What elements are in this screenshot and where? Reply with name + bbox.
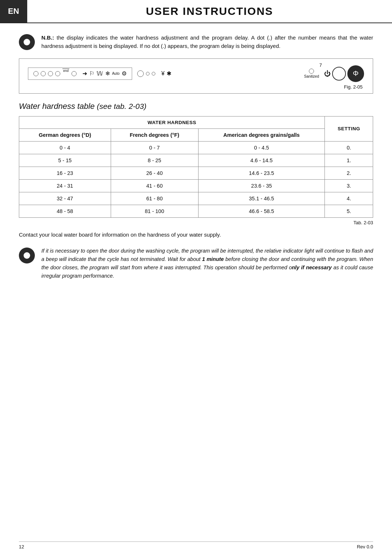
table-cell-col4: 2. [325,167,373,179]
table-col2-header: French degrees (°F) [111,128,198,141]
table-row: 32 - 4761 - 8035.1 - 46.54. [19,192,373,205]
circle-icon-2 [41,71,46,76]
table-cell-col4: 0. [325,141,373,154]
table-cell-col4: 3. [325,179,373,192]
water-hardness-table: WATER HARDNESS SETTING German degrees (°… [19,116,373,218]
sanitized-text: Sanitized [304,74,319,78]
table-cell-col2: 26 - 40 [111,167,198,179]
table-header-water-hardness: WATER HARDNESS [19,116,325,128]
note2-bold-italic: nly if necessary [292,265,332,270]
snowflake-icon: ❄ [105,71,110,77]
note-block-1: N.B.: the display indicates the water ha… [19,33,373,50]
language-label: EN [0,0,27,23]
table-cell-col4: 4. [325,192,373,205]
table-cell-col3: 46.6 - 58.5 [198,205,325,217]
panel-middle-icons: ¥ ✱ [137,70,171,77]
table-row: 0 - 40 - 70 - 4.50. [19,141,373,154]
section-title: Water hardness table (see tab. 2-03) [19,102,373,111]
sanitized-area: Sanitized [304,69,319,78]
table-cell-col2: 61 - 80 [111,192,198,205]
fork-icon: ⚐ [89,71,94,77]
revision-label: Rev 0.0 [357,544,373,549]
nb-text: the display indicates the water hardness… [41,34,373,49]
table-cell-col2: 81 - 100 [111,205,198,217]
power-btn-phi: Φ [347,65,364,82]
panel-display: end ➜ ⚐ 𝕎 ❄ Auto ⚙ ¥ ✱ [28,65,364,82]
page-footer: 12 Rev 0.0 [19,541,373,549]
table-cell-col1: 16 - 23 [19,167,111,179]
tab-label: Tab. 2-03 [19,220,373,225]
wave-icon: 𝕎 [97,71,103,77]
table-col3-header: American degrees grains/galls [198,128,325,141]
table-col1-header: German degrees (°D) [19,128,111,141]
table-row: 16 - 2326 - 4014.6 - 23.52. [19,167,373,179]
sanitized-circle [309,69,314,74]
panel-right: Sanitized ⏻ Φ [304,65,364,82]
table-row: 5 - 158 - 254.6 - 14.51. [19,154,373,167]
nb-bold: N.B.: [41,34,54,41]
power-icon: ⏻ [324,70,331,77]
note2-bold: 1 minute [202,256,224,262]
settings-icon: ⚙ [122,71,127,77]
main-content: N.B.: the display indicates the water ha… [0,23,392,296]
power-btn-empty [332,67,346,81]
contact-text: Contact your local water board for infor… [19,230,373,239]
table-row: 24 - 3141 - 6023.6 - 353. [19,179,373,192]
yen-icon: ¥ [161,71,164,77]
section-subtitle-text: (see tab. 2-03) [97,102,147,110]
circle-mid-1 [137,70,144,77]
table-cell-col1: 24 - 31 [19,179,111,192]
table-cell-col3: 0 - 4.5 [198,141,325,154]
auto-label: Auto [112,71,120,75]
table-cell-col2: 0 - 7 [111,141,198,154]
table-cell-col4: 5. [325,205,373,217]
power-buttons-area: ⏻ Φ [324,65,364,82]
panel-icons-box: end ➜ ⚐ 𝕎 ❄ Auto ⚙ [28,68,132,80]
table-cell-col3: 23.6 - 35 [198,179,325,192]
note-text-1: N.B.: the display indicates the water ha… [41,33,373,50]
table-cell-col3: 14.6 - 23.5 [198,167,325,179]
table-cell-col2: 8 - 25 [111,154,198,167]
circle-icon-3 [48,71,53,76]
page-number: 12 [19,544,24,549]
star-icon: ✱ [167,71,171,77]
circle-icon-4 [55,71,60,76]
note-block-2: If it is necessary to open the door duri… [19,247,373,281]
table-row: 48 - 5881 - 10046.6 - 58.55. [19,205,373,217]
table-cell-col1: 32 - 47 [19,192,111,205]
page-header: EN USER INSTRUCTIONS [0,0,392,23]
note-icon-inner-2 [24,252,30,259]
note-icon-1 [19,34,35,50]
section-title-text: Water hardness table [19,102,95,111]
fig-label: Fig. 2-05 [28,84,364,90]
arrow-icon: ➜ [82,71,87,77]
note-icon-inner-1 [24,39,30,45]
table-cell-col2: 41 - 60 [111,179,198,192]
table-header-setting: SETTING [325,116,373,141]
circle-mid-2 [146,72,150,75]
note-icon-2 [19,248,35,263]
table-cell-col3: 4.6 - 14.5 [198,154,325,167]
note-text-2: If it is necessary to open the door duri… [41,247,373,281]
panel-figure: 7 end ➜ ⚐ 𝕎 ❄ Auto ⚙ [19,58,373,94]
end-label: end [62,69,69,73]
circle-icon-5 [72,71,77,76]
page-title: USER INSTRUCTIONS [27,0,392,23]
table-cell-col1: 0 - 4 [19,141,111,154]
table-cell-col3: 35.1 - 46.5 [198,192,325,205]
table-cell-col4: 1. [325,154,373,167]
table-cell-col1: 48 - 58 [19,205,111,217]
circle-mid-3 [152,72,155,75]
seven-label: 7 [319,62,322,68]
circle-icon-1 [33,71,38,76]
table-cell-col1: 5 - 15 [19,154,111,167]
